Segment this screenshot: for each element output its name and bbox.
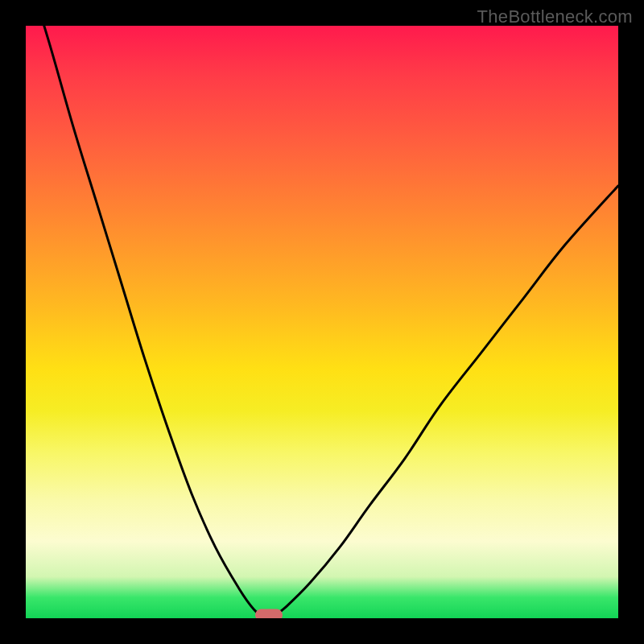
bottleneck-curve <box>26 26 618 618</box>
minimum-marker <box>255 609 283 618</box>
watermark-text: TheBottleneck.com <box>477 6 633 27</box>
plot-area <box>26 26 618 618</box>
curve-svg <box>26 26 618 618</box>
